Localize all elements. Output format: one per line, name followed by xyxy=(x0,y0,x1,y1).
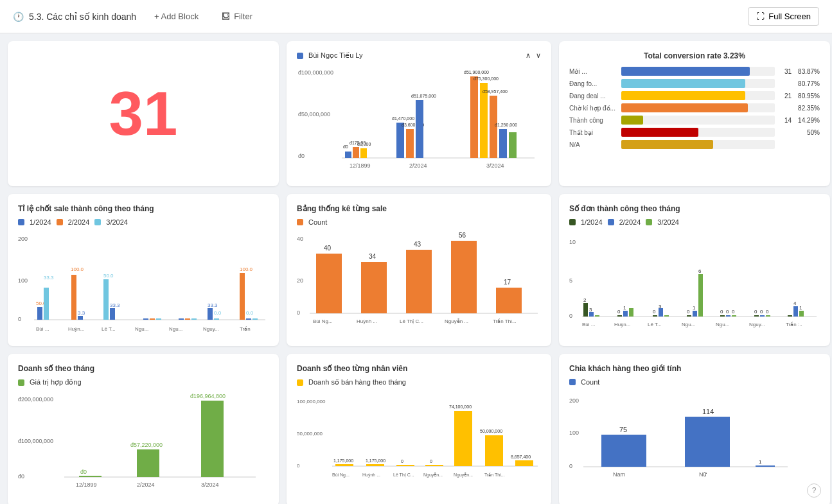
bar xyxy=(595,315,599,317)
bang-thong-ke-legend-label: Count xyxy=(308,218,327,226)
fullscreen-button[interactable]: ⛶ Full Screen xyxy=(748,7,819,26)
filter-button[interactable]: ⛾ Filter xyxy=(217,9,258,24)
bar xyxy=(499,129,507,158)
svg-text:3.3: 3.3 xyxy=(78,310,85,316)
conv-pct: 83.87% xyxy=(795,68,820,75)
bar xyxy=(664,315,669,317)
bar xyxy=(316,254,342,313)
bar xyxy=(137,449,159,477)
bar xyxy=(485,435,503,466)
svg-text:100,000,000: 100,000,000 xyxy=(297,399,326,404)
svg-text:0: 0 xyxy=(18,316,21,322)
svg-text:5: 5 xyxy=(569,277,572,284)
svg-text:3: 3 xyxy=(589,307,592,313)
svg-text:4: 4 xyxy=(793,300,797,306)
svg-text:74,100,000: 74,100,000 xyxy=(449,404,472,409)
legend-dot-green2 xyxy=(18,379,24,386)
bar xyxy=(396,123,404,158)
bar xyxy=(246,318,251,320)
bar xyxy=(583,303,588,317)
svg-text:0: 0 xyxy=(430,459,432,464)
svg-text:0: 0 xyxy=(617,309,621,315)
bar xyxy=(623,311,628,317)
add-block-button[interactable]: + Add Block xyxy=(149,9,204,24)
conv-label: N/A xyxy=(569,141,617,148)
bang-thong-ke-legend: Count xyxy=(297,218,541,226)
svg-text:200: 200 xyxy=(569,397,579,404)
svg-text:Nguyễn...: Nguyễn... xyxy=(423,473,443,478)
filter-icon: ⛾ xyxy=(222,12,230,21)
svg-text:Bùi Ng...: Bùi Ng... xyxy=(332,473,350,478)
svg-text:0: 0 xyxy=(726,309,729,315)
bar xyxy=(480,83,488,158)
chia-khach-hang-legend: Count xyxy=(569,378,820,386)
conversion-row-4: Chờ kí hợp đồ... 82.35% xyxy=(569,103,820,112)
doanh-so-thang-svg: đ200,000,000 đ100,000,000 đ0 đ0 đ57,220,… xyxy=(18,392,262,494)
bar xyxy=(693,311,697,317)
bang-thong-ke-title: Bảng thống kê từng sale xyxy=(297,204,541,213)
bar xyxy=(799,311,804,317)
bar xyxy=(629,308,633,317)
svg-text:Ngu...: Ngu... xyxy=(135,326,148,332)
chevron-up-icon[interactable]: ∧ xyxy=(526,51,531,60)
svg-text:đ0: đ0 xyxy=(80,469,87,475)
conv-label: Thành công xyxy=(569,117,617,124)
conv-bar xyxy=(621,128,698,137)
svg-text:33.3: 33.3 xyxy=(208,302,218,308)
doanh-so-nhan-vien-title: Doanh số theo từng nhân viên xyxy=(297,364,541,373)
conv-bar-wrap xyxy=(621,67,775,76)
svg-text:đ58,957,400: đ58,957,400 xyxy=(482,89,508,94)
bar xyxy=(143,318,148,320)
legend-dot-blue xyxy=(297,53,303,59)
conv-bar-wrap xyxy=(621,116,775,125)
conv-label: Chờ kí hợp đồ... xyxy=(569,105,617,112)
svg-text:0: 0 xyxy=(401,459,403,464)
bar xyxy=(185,318,190,320)
svg-text:đ0,000: đ0,000 xyxy=(357,142,371,146)
svg-text:43: 43 xyxy=(414,241,421,248)
svg-text:đ200,000,000: đ200,000,000 xyxy=(18,396,53,403)
bar xyxy=(659,308,663,317)
conv-pct: 14.29% xyxy=(795,117,820,124)
bar xyxy=(760,315,765,317)
chia-khach-hang-legend-label: Count xyxy=(581,378,599,386)
chia-khach-hang-card: Chia khách hàng theo giới tính Count 200… xyxy=(559,354,830,504)
big-number-value: 31 xyxy=(109,83,178,144)
svg-text:Huỳn...: Huỳn... xyxy=(68,326,84,332)
page-title: 🕐 5.3. Các chỉ số kinh doanh xyxy=(13,12,136,22)
svg-text:75: 75 xyxy=(619,426,627,433)
svg-text:1: 1 xyxy=(799,305,802,311)
conversion-row-7: N/A xyxy=(569,140,820,149)
top-bar-chart-card: Bùi Ngọc Tiếu Ly ∧ ∨ đ100,000,000 đ50,00… xyxy=(287,41,551,186)
legend-1-label: 1/2024 xyxy=(30,218,51,226)
svg-text:đ1,250,000: đ1,250,000 xyxy=(495,123,517,127)
svg-text:Nữ: Nữ xyxy=(699,471,707,478)
svg-text:đ196,964,800: đ196,964,800 xyxy=(190,393,226,399)
so-don-legend-2: 2/2024 xyxy=(619,218,641,226)
svg-text:12/1899: 12/1899 xyxy=(350,162,371,169)
svg-text:đ57,220,000: đ57,220,000 xyxy=(130,442,163,448)
chevron-down-icon[interactable]: ∨ xyxy=(536,51,541,60)
bar xyxy=(240,273,245,320)
doanh-so-nhan-vien-svg: 100,000,000 50,000,000 0 1,175,000 1,175… xyxy=(297,392,541,494)
svg-text:Nguyễn ...: Nguyễn ... xyxy=(445,318,468,324)
help-icon[interactable]: ? xyxy=(807,483,821,498)
conv-bar-wrap xyxy=(621,91,775,100)
conv-bar xyxy=(621,103,748,112)
svg-text:đ0: đ0 xyxy=(298,153,305,159)
bar xyxy=(687,315,691,317)
bar xyxy=(353,147,359,158)
bar xyxy=(396,465,414,466)
doanh-so-thang-card: Doanh số theo tháng Giá trị hợp đồng đ20… xyxy=(8,354,279,504)
header-left: 🕐 5.3. Các chỉ số kinh doanh + Add Block… xyxy=(13,9,258,24)
bar xyxy=(653,315,657,317)
svg-text:1: 1 xyxy=(693,305,696,311)
svg-text:6: 6 xyxy=(698,268,702,274)
svg-text:Lê T...: Lê T... xyxy=(102,326,116,332)
svg-text:3/2024: 3/2024 xyxy=(486,162,504,169)
conv-label: Thất bại xyxy=(569,129,617,136)
svg-text:0: 0 xyxy=(569,313,572,319)
legend-dot-3 xyxy=(94,219,101,225)
svg-text:0: 0 xyxy=(754,309,757,315)
bar xyxy=(156,318,161,320)
